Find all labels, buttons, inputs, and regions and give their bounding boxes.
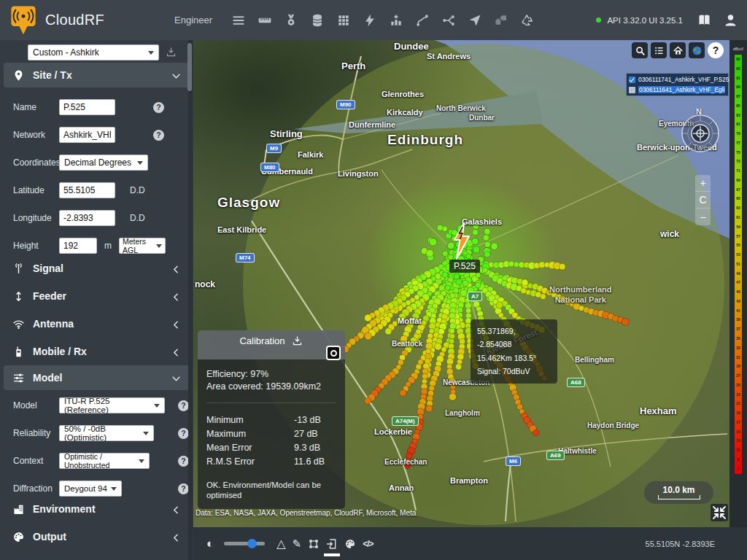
layer-checkbox[interactable]	[629, 87, 635, 93]
docs-icon[interactable]	[694, 11, 713, 30]
palette-button[interactable]	[344, 538, 356, 550]
grid-icon[interactable]	[333, 10, 354, 31]
section-model[interactable]: Model	[4, 365, 190, 390]
coordinates-select[interactable]: Decimal Degrees	[59, 155, 148, 171]
section-output[interactable]: Output	[4, 524, 190, 549]
zoom-out-button[interactable]: −	[695, 209, 711, 225]
legend-tick: 77	[735, 139, 742, 148]
section-site-tx[interactable]: Site / Tx	[4, 63, 190, 88]
opacity-slider[interactable]	[224, 542, 265, 545]
collapse-map-button[interactable]	[711, 504, 728, 521]
legend-tick: 71	[735, 166, 742, 176]
diffraction-value: Deygout 94	[64, 484, 107, 493]
legend-tick: 59	[735, 222, 742, 232]
leaderboard-icon[interactable]	[386, 10, 406, 31]
globe-button[interactable]	[689, 42, 705, 58]
database-icon[interactable]	[307, 10, 328, 31]
map-viewport[interactable]: EdinburghGlasgowDundeePerthStirlingHexha…	[193, 40, 729, 527]
slider-thumb[interactable]	[247, 539, 257, 548]
import-button[interactable]	[326, 538, 338, 550]
zoom-controls: + C −	[695, 175, 711, 225]
ruler-icon[interactable]	[255, 10, 275, 31]
search-button[interactable]	[632, 42, 648, 58]
zoom-reset-button[interactable]: C	[695, 192, 711, 209]
building-icon	[12, 503, 25, 516]
layer-item[interactable]: 0306111741_Ashkirk_VHF_P.525	[629, 75, 726, 84]
template-download-icon[interactable]	[166, 47, 177, 58]
legend-colorbar: 9593918987858381797775737169676563615957…	[735, 55, 742, 474]
compass[interactable]	[680, 113, 721, 157]
help-icon[interactable]: ?	[178, 400, 189, 411]
longitude-field[interactable]	[59, 210, 115, 226]
diffraction-select[interactable]: Deygout 94	[59, 481, 122, 497]
branch-icon[interactable]	[438, 10, 459, 31]
context-select[interactable]: Optimistic / Unobstructed	[59, 453, 150, 469]
help-icon[interactable]: ?	[153, 130, 164, 141]
name-field[interactable]	[59, 99, 115, 115]
layer-list-button[interactable]	[651, 42, 667, 58]
chevron-down-icon	[171, 373, 181, 383]
section-signal[interactable]: Signal	[4, 256, 190, 281]
stat-label: R.M.S Error	[206, 455, 294, 469]
calibration-download-icon[interactable]	[292, 335, 303, 347]
layer-item[interactable]: 0306111641_Ashkirk_VHF_Egli	[629, 85, 726, 94]
calibration-stat-row: Mean Error9.3 dB	[206, 441, 336, 455]
legend-tick: 69	[735, 176, 742, 185]
draw-button[interactable]: ✎	[293, 537, 302, 551]
section-title: Model	[33, 372, 62, 384]
calibration-target-button[interactable]	[326, 346, 341, 360]
terrain-button[interactable]: △	[276, 537, 285, 551]
polygon-select-button[interactable]	[308, 538, 320, 550]
stat-value: 9.3 dB	[294, 441, 336, 455]
stat-label: Mean Error	[206, 441, 294, 455]
cloudrf-app: CloudRF Engineer API 3.32.0 UI 3.25.1 Cu…	[0, 0, 747, 560]
api-code-button[interactable]: </>	[363, 539, 373, 549]
legend-tick: 27	[735, 371, 742, 381]
zoom-in-button[interactable]: +	[695, 175, 711, 192]
height-ref-select[interactable]: Meters AGL	[119, 238, 166, 254]
section-feeder[interactable]: Feeder	[4, 284, 190, 308]
account-icon[interactable]	[721, 11, 740, 30]
help-icon[interactable]: ?	[153, 102, 164, 113]
template-select[interactable]: Custom - Ashkirk	[28, 44, 159, 61]
sidebar-scrollbar[interactable]	[188, 40, 193, 560]
site-marker[interactable]	[452, 222, 472, 260]
legend-tick: 63	[735, 203, 742, 213]
home-button[interactable]	[670, 42, 686, 58]
legend-tick: 57	[735, 232, 742, 241]
coordinates-value: Decimal Degrees	[64, 158, 131, 168]
stat-value: 11.6 dB	[294, 455, 336, 469]
help-icon[interactable]: ?	[178, 456, 189, 467]
up-down-arrow-icon	[12, 290, 25, 303]
calibration-efficiency: Efficiency: 97%	[206, 368, 336, 381]
send-icon[interactable]	[465, 10, 485, 31]
puzzle-icon[interactable]	[491, 10, 511, 31]
scale-label: 10.0 km	[662, 486, 694, 495]
help-icon[interactable]: ?	[178, 428, 189, 439]
model-select[interactable]: ITU-R P.525 (Reference)	[59, 397, 165, 413]
legend-tick: 81	[735, 120, 742, 129]
site-marker-label: P.525	[449, 260, 480, 273]
chevron-down-icon	[148, 51, 154, 55]
network-field[interactable]	[59, 127, 115, 143]
height-label: Height	[13, 241, 59, 251]
section-environment[interactable]: Environment	[4, 497, 190, 521]
section-mobile-rx[interactable]: Mobile / Rx	[4, 339, 190, 364]
layer-checkbox[interactable]	[629, 77, 635, 83]
menu-icon[interactable]	[228, 10, 249, 31]
legend-tick: 39	[735, 315, 742, 324]
contrast-button[interactable]: ◐	[206, 537, 214, 551]
height-field[interactable]	[59, 238, 97, 254]
recycle-icon[interactable]	[517, 10, 538, 31]
section-antenna[interactable]: Antenna	[4, 311, 190, 336]
calibration-header[interactable]: Calibration	[198, 330, 345, 359]
reliability-select[interactable]: 50% / -0dB (Optimistic)	[59, 425, 154, 441]
legend-tick: 55	[735, 241, 742, 250]
latitude-field[interactable]	[59, 182, 115, 198]
bolt-icon[interactable]	[360, 10, 380, 31]
calibration-title: Calibration	[239, 335, 285, 346]
help-button[interactable]: ?	[708, 42, 724, 58]
help-icon[interactable]: ?	[178, 483, 189, 494]
medal-icon[interactable]	[281, 10, 301, 31]
route-icon[interactable]	[412, 10, 433, 31]
